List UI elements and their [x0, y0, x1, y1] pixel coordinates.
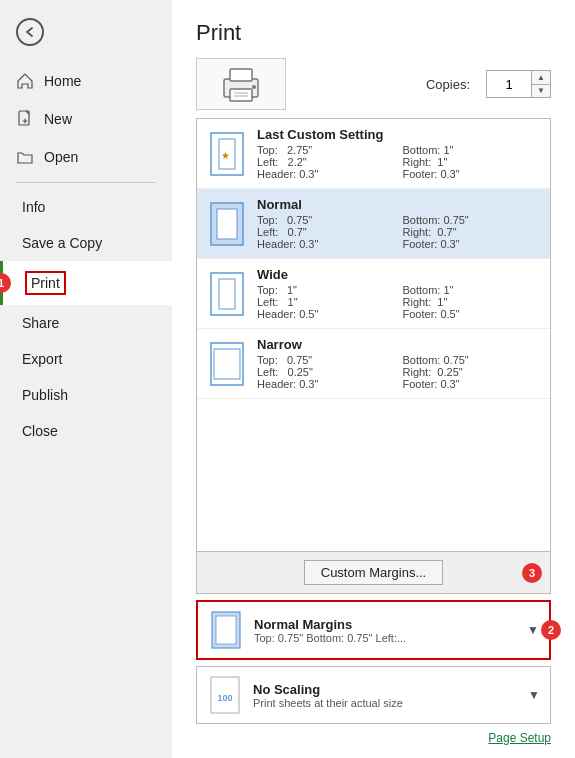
copies-down-button[interactable]: ▼ [532, 85, 550, 98]
sidebar-item-home[interactable]: Home [0, 62, 172, 100]
no-scaling-chevron-icon: ▼ [528, 688, 540, 702]
copies-input-wrap: ▲ ▼ [486, 70, 551, 98]
margin-option-last-custom[interactable]: ★ Last Custom Setting Top: 2.75" Bottom:… [197, 119, 550, 189]
sidebar-item-publish-label: Publish [22, 387, 68, 403]
margin-details-narrow: Top: 0.75" Bottom: 0.75" Left: 0.25" Rig… [257, 354, 540, 390]
printer-icon [216, 65, 266, 103]
margins-list[interactable]: ★ Last Custom Setting Top: 2.75" Bottom:… [196, 118, 551, 552]
sidebar-item-save-copy[interactable]: Save a Copy [0, 225, 172, 261]
printer-icon-box [196, 58, 286, 110]
margin-details-normal: Top: 0.75" Bottom: 0.75" Left: 0.7" Righ… [257, 214, 540, 250]
copies-spinners: ▲ ▼ [531, 71, 550, 97]
margin-header-last-custom: Header: 0.3" [257, 168, 395, 180]
margin-name-narrow: Narrow [257, 337, 540, 352]
margin-right-last-custom: Right: 1" [403, 156, 541, 168]
margin-left-wide: Left: 1" [257, 296, 395, 308]
margin-info-narrow: Narrow Top: 0.75" Bottom: 0.75" Left: 0.… [257, 337, 540, 390]
margin-footer-narrow: Footer: 0.3" [403, 378, 541, 390]
margin-right-normal: Right: 0.7" [403, 226, 541, 238]
sidebar-item-share-label: Share [22, 315, 59, 331]
margin-top-narrow: Top: 0.75" [257, 354, 395, 366]
margin-info-normal: Normal Top: 0.75" Bottom: 0.75" Left: 0.… [257, 197, 540, 250]
margin-bottom-wide: Bottom: 1" [403, 284, 541, 296]
no-scaling-dropdown[interactable]: 100 No Scaling Print sheets at their act… [196, 666, 551, 724]
margin-top-last-custom: Top: 2.75" [257, 144, 395, 156]
margin-option-wide[interactable]: Wide Top: 1" Bottom: 1" Left: 1" Right: … [197, 259, 550, 329]
custom-margins-button[interactable]: Custom Margins... [304, 560, 443, 585]
sidebar-divider [16, 182, 156, 183]
no-scaling-text: No Scaling Print sheets at their actual … [253, 682, 518, 709]
margin-thumb-svg-last-custom: ★ [209, 131, 245, 177]
page-setup-row: Page Setup [196, 724, 551, 748]
margin-header-wide: Header: 0.5" [257, 308, 395, 320]
margin-footer-wide: Footer: 0.5" [403, 308, 541, 320]
margin-bottom-narrow: Bottom: 0.75" [403, 354, 541, 366]
margin-footer-normal: Footer: 0.3" [403, 238, 541, 250]
svg-rect-2 [230, 69, 252, 81]
selected-margin-dropdown[interactable]: Normal Margins Top: 0.75" Bottom: 0.75" … [196, 600, 551, 660]
margin-footer-last-custom: Footer: 0.3" [403, 168, 541, 180]
open-icon [16, 148, 34, 166]
copies-up-button[interactable]: ▲ [532, 71, 550, 85]
margin-thumb-svg-wide [209, 271, 245, 317]
margin-header-narrow: Header: 0.3" [257, 378, 395, 390]
copies-label: Copies: [426, 77, 470, 92]
sidebar-item-print[interactable]: Print 1 [0, 261, 172, 305]
copies-input[interactable] [487, 71, 531, 97]
sidebar-item-close[interactable]: Close [0, 413, 172, 449]
no-scaling-thumb: 100 [207, 673, 243, 717]
sidebar-item-export[interactable]: Export [0, 341, 172, 377]
sidebar-nav: Home New Open Info Save a Copy [0, 58, 172, 453]
sidebar-item-close-label: Close [22, 423, 58, 439]
margin-info-wide: Wide Top: 1" Bottom: 1" Left: 1" Right: … [257, 267, 540, 320]
selected-margin-thumb-svg [211, 611, 241, 649]
selected-margin-chevron-icon: ▼ [527, 623, 539, 637]
back-arrow-icon [24, 26, 36, 38]
margin-right-narrow: Right: 0.25" [403, 366, 541, 378]
margin-name-normal: Normal [257, 197, 540, 212]
svg-rect-17 [216, 616, 236, 644]
no-scaling-thumb-svg: 100 [210, 676, 240, 714]
margin-left-narrow: Left: 0.25" [257, 366, 395, 378]
margin-name-last-custom: Last Custom Setting [257, 127, 540, 142]
margin-details-wide: Top: 1" Bottom: 1" Left: 1" Right: 1" He… [257, 284, 540, 320]
margin-option-normal[interactable]: Normal Top: 0.75" Bottom: 0.75" Left: 0.… [197, 189, 550, 259]
margin-right-wide: Right: 1" [403, 296, 541, 308]
sidebar-item-open[interactable]: Open [0, 138, 172, 176]
sidebar-item-new-label: New [44, 111, 72, 127]
custom-margins-row: Custom Margins... 3 [196, 552, 551, 594]
margin-option-narrow[interactable]: Narrow Top: 0.75" Bottom: 0.75" Left: 0.… [197, 329, 550, 399]
sidebar-item-publish[interactable]: Publish [0, 377, 172, 413]
badge-2: 2 [541, 620, 561, 640]
sidebar-item-export-label: Export [22, 351, 62, 367]
selected-margin-thumb [208, 608, 244, 652]
sidebar-item-info[interactable]: Info [0, 189, 172, 225]
page-title: Print [172, 0, 575, 58]
no-scaling-subtitle: Print sheets at their actual size [253, 697, 518, 709]
print-panel: Copies: ▲ ▼ ★ [172, 58, 575, 758]
badge-3: 3 [522, 563, 542, 583]
margin-left-last-custom: Left: 2.2" [257, 156, 395, 168]
sidebar-item-new[interactable]: New [0, 100, 172, 138]
margin-details-last-custom: Top: 2.75" Bottom: 1" Left: 2.2" Right: … [257, 144, 540, 180]
home-icon [16, 72, 34, 90]
margin-left-normal: Left: 0.7" [257, 226, 395, 238]
selected-margin-title: Normal Margins [254, 617, 517, 632]
margin-thumb-svg-narrow [209, 341, 245, 387]
main-panel: Print Copies: ▲ ▼ [172, 0, 575, 758]
margin-name-wide: Wide [257, 267, 540, 282]
sidebar-item-print-label: Print [31, 275, 60, 291]
back-button[interactable] [0, 0, 172, 58]
sidebar-item-home-label: Home [44, 73, 81, 89]
svg-point-4 [252, 85, 256, 89]
page-setup-link[interactable]: Page Setup [488, 731, 551, 745]
selected-margin-text: Normal Margins Top: 0.75" Bottom: 0.75" … [254, 617, 517, 644]
margin-info-last-custom: Last Custom Setting Top: 2.75" Bottom: 1… [257, 127, 540, 180]
margin-top-normal: Top: 0.75" [257, 214, 395, 226]
svg-rect-11 [217, 209, 237, 239]
badge-1: 1 [0, 273, 11, 293]
sidebar-item-share[interactable]: Share [0, 305, 172, 341]
margin-thumb-narrow [207, 339, 247, 389]
sidebar: Home New Open Info Save a Copy [0, 0, 172, 758]
back-circle-button[interactable] [16, 18, 44, 46]
